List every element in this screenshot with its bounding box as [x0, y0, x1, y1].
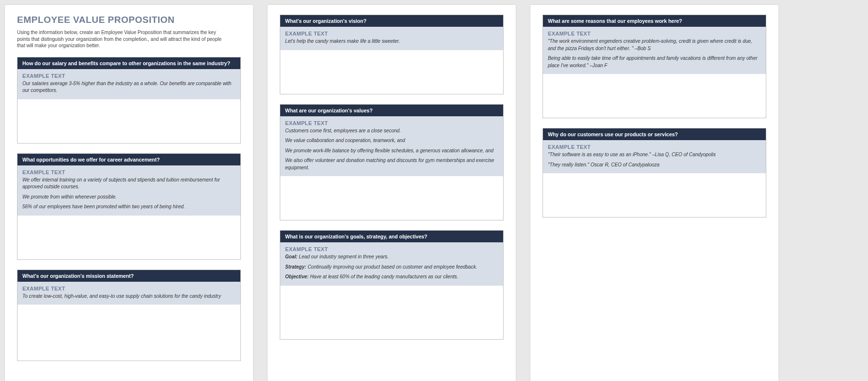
- example-text-strategy: Strategy: Continually improving our prod…: [285, 264, 498, 271]
- section-header-mission: What's our organization's mission statem…: [18, 270, 240, 282]
- section-header-salary: How do our salary and benefits compare t…: [18, 57, 240, 69]
- example-text: Being able to easily take time off for a…: [548, 55, 761, 69]
- example-text-objective: Objective: Have at least 60% of the lead…: [285, 273, 498, 281]
- example-text: We offer internal training on a variety …: [22, 177, 235, 191]
- example-text: "The work environment engenders creative…: [548, 38, 761, 52]
- example-text: We value collaboration and cooperation, …: [285, 137, 498, 145]
- section-reasons: What are some reasons that our employees…: [542, 15, 766, 118]
- strategy-label: Strategy:: [285, 264, 306, 270]
- input-area-values[interactable]: [280, 176, 503, 220]
- example-label: EXAMPLE TEXT: [22, 169, 235, 175]
- page-1: EMPLOYEE VALUE PROPOSITION Using the inf…: [5, 5, 253, 381]
- example-block-values: EXAMPLE TEXT Customers come first, emplo…: [280, 116, 503, 177]
- strategy-text: Continually improving our product based …: [306, 264, 477, 270]
- section-vision: What's our organization's vision? EXAMPL…: [280, 15, 504, 94]
- section-goals: What is our organization's goals, strate…: [280, 230, 504, 340]
- example-text: To create low-cost, high-value, and easy…: [22, 293, 235, 300]
- input-area-reasons[interactable]: [543, 74, 766, 118]
- goal-text: Lead our industry segment in three years…: [298, 254, 389, 259]
- example-text: We promote from within whenever possible…: [22, 194, 235, 201]
- example-text: 56% of our employees have been promoted …: [22, 203, 235, 211]
- example-block-goals: EXAMPLE TEXT Goal: Lead our industry seg…: [280, 242, 503, 286]
- example-block-career: EXAMPLE TEXT We offer internal training …: [18, 165, 240, 216]
- example-label: EXAMPLE TEXT: [22, 286, 235, 291]
- example-label: EXAMPLE TEXT: [548, 144, 761, 150]
- section-career: What opportunities do we offer for caree…: [17, 153, 241, 260]
- section-salary: How do our salary and benefits compare t…: [17, 57, 241, 144]
- section-header-goals: What is our organization's goals, strate…: [280, 231, 503, 242]
- example-text: We also offer volunteer and donation mat…: [285, 157, 498, 171]
- section-header-vision: What's our organization's vision?: [280, 15, 503, 27]
- section-header-career: What opportunities do we offer for caree…: [18, 154, 240, 165]
- section-header-values: What are our organization's values?: [280, 105, 503, 116]
- example-text: We promote work-life balance by offering…: [285, 147, 498, 155]
- document-pages: EMPLOYEE VALUE PROPOSITION Using the inf…: [5, 5, 863, 381]
- example-text: "Their software is as easy to use as an …: [548, 151, 761, 159]
- example-label: EXAMPLE TEXT: [285, 120, 498, 126]
- section-header-customers: Why do our customers use our products or…: [543, 128, 766, 140]
- example-block-reasons: EXAMPLE TEXT "The work environment engen…: [543, 27, 766, 74]
- example-block-customers: EXAMPLE TEXT "Their software is as easy …: [543, 140, 766, 173]
- input-area-career[interactable]: [18, 216, 240, 259]
- input-area-goals[interactable]: [280, 286, 503, 339]
- example-text: Our salaries average 3-5% higher than th…: [22, 80, 235, 94]
- example-label: EXAMPLE TEXT: [548, 31, 761, 36]
- input-area-vision[interactable]: [280, 50, 503, 94]
- example-text-goal: Goal: Lead our industry segment in three…: [285, 254, 498, 261]
- example-text: "They really listen." Oscar R, CEO of Ca…: [548, 162, 761, 169]
- section-mission: What's our organization's mission statem…: [17, 270, 241, 362]
- example-label: EXAMPLE TEXT: [22, 73, 235, 79]
- input-area-mission[interactable]: [18, 305, 240, 361]
- example-block-vision: EXAMPLE TEXT Let's help the candy makers…: [280, 27, 503, 50]
- input-area-customers[interactable]: [543, 173, 766, 217]
- objective-text: Have at least 60% of the leading candy m…: [308, 274, 458, 279]
- example-block-salary: EXAMPLE TEXT Our salaries average 3-5% h…: [18, 69, 240, 99]
- example-text: Let's help the candy makers make life a …: [285, 38, 498, 45]
- example-text: Customers come first, employees are a cl…: [285, 127, 498, 135]
- objective-label: Objective:: [285, 274, 308, 279]
- example-block-mission: EXAMPLE TEXT To create low-cost, high-va…: [18, 282, 240, 305]
- page-title: EMPLOYEE VALUE PROPOSITION: [17, 15, 241, 25]
- example-label: EXAMPLE TEXT: [285, 31, 498, 36]
- goal-label: Goal:: [285, 254, 298, 259]
- page-3: What are some reasons that our employees…: [530, 5, 778, 381]
- intro-text: Using the information below, create an E…: [17, 29, 226, 49]
- section-header-reasons: What are some reasons that our employees…: [543, 15, 766, 27]
- input-area-salary[interactable]: [18, 99, 240, 143]
- section-values: What are our organization's values? EXAM…: [280, 104, 504, 221]
- page-2: What's our organization's vision? EXAMPL…: [268, 5, 516, 381]
- section-customers: Why do our customers use our products or…: [542, 128, 766, 218]
- example-label: EXAMPLE TEXT: [285, 246, 498, 252]
